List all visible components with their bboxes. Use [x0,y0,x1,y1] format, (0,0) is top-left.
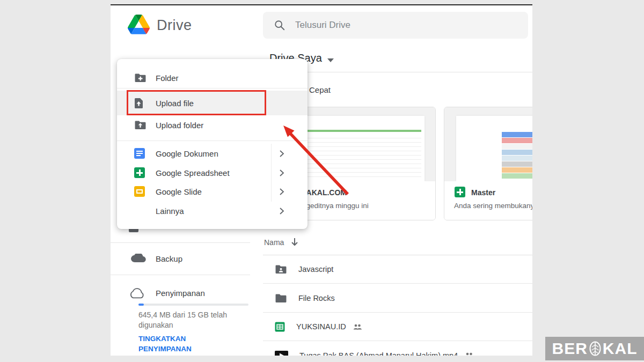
menu-item-upload-folder[interactable]: Upload folder [117,115,308,135]
shared-folder-icon [275,264,287,275]
card-thumbnail-table [444,107,532,182]
storage-usage-text: 645,4 MB dari 15 GB telah digunakan [138,310,227,330]
file-row-yuksinau[interactable]: YUKSINAU.ID [263,313,532,341]
file-name: File Rocks [298,294,335,302]
card-subtitle: Anda sering membukanya [454,202,532,210]
google-docs-icon [134,148,147,159]
sheets-icon [455,187,465,197]
file-row-file-rocks[interactable]: File Rocks [263,284,532,313]
app-title: Drive [157,17,192,34]
folder-icon [275,293,287,304]
divider [117,88,308,88]
file-name: Javascript [298,265,333,274]
search-bar[interactable] [263,12,528,39]
quick-access-card-master[interactable]: Master Anda sering membukanya [444,107,532,220]
storage-cloud-icon [129,288,145,299]
card-title: Master [471,188,495,197]
page-background: Drive Drive Saya Akses Cepat BERAKAL. [0,0,644,362]
google-drive-logo[interactable] [128,14,150,34]
backup-cloud-icon [131,254,146,264]
folder-upload-icon [134,120,147,130]
folder-plus-icon [134,73,147,83]
sidebar-item-storage[interactable]: Penyimpanan [156,289,205,298]
annotation-highlight-box [127,90,266,115]
search-input[interactable] [295,20,499,31]
search-icon [274,19,286,31]
new-item-menu: Folder Upload file [117,59,308,229]
brain-leaf-icon [589,341,602,357]
file-row-javascript[interactable]: Javascript [263,255,532,284]
watermark-text-pre: BER [552,339,588,358]
chevron-right-icon [279,188,284,196]
divider [111,242,250,243]
file-name: Tugas Pak BAS (Ahmad Manarul Hakim).mp4 [299,351,458,356]
sidebar-item-backup[interactable]: Backup [156,254,182,263]
spreadsheet-file-icon [275,322,285,332]
watermark-badge: BER KAL [545,337,644,360]
chevron-down-icon[interactable] [327,58,334,62]
google-slides-icon [134,186,147,197]
google-sheets-icon [134,167,147,178]
chevron-right-icon [279,150,284,158]
divider [111,275,250,275]
storage-progress-fill [138,304,144,306]
mini-table-preview [502,132,532,177]
chevron-right-icon [279,207,284,215]
menu-item-folder[interactable]: Folder [117,68,308,87]
shared-people-icon [465,352,474,356]
upgrade-storage-link[interactable]: TINGKATKAN PENYIMPANAN [138,334,192,354]
file-name: YUKSINAU.ID [296,322,346,331]
chevron-right-icon [279,169,284,177]
list-header-name[interactable]: Nama [264,238,284,247]
video-file-icon [275,351,288,356]
divider [117,141,308,141]
shared-people-icon [353,324,362,330]
drive-window: Drive Drive Saya Akses Cepat BERAKAL. [111,4,532,356]
watermark-text-post: KAL [603,339,638,358]
file-row-tugas-video[interactable]: Tugas Pak BAS (Ahmad Manarul Hakim).mp4 [263,341,532,356]
sort-descending-icon[interactable] [291,238,298,246]
storage-progress-bar [138,304,248,306]
